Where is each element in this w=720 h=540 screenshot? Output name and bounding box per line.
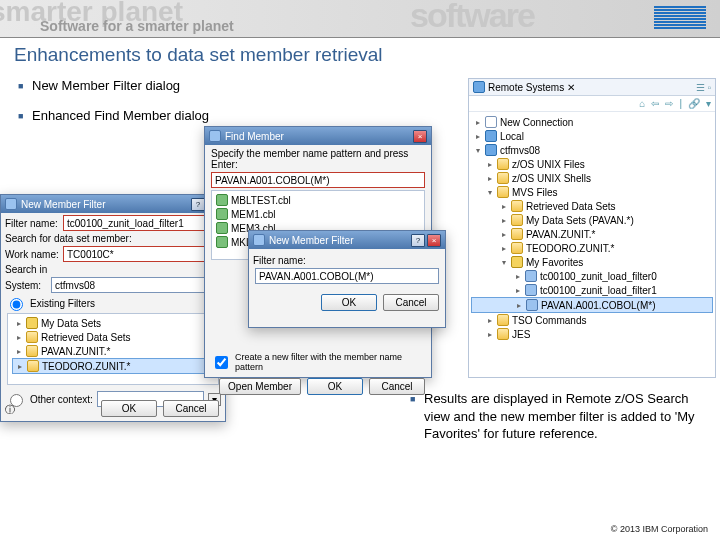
folder-icon — [26, 331, 38, 343]
new-connection-icon — [485, 116, 497, 128]
close-icon[interactable]: × — [413, 130, 427, 143]
bullet-enhanced-find: Enhanced Find Member dialog — [18, 108, 209, 123]
folder-icon — [27, 360, 39, 372]
forward-icon[interactable]: ⇨ — [665, 98, 673, 109]
folder-icon — [511, 200, 523, 212]
member-icon — [216, 236, 228, 248]
help-icon[interactable]: ⓘ — [5, 403, 15, 417]
member-icon — [216, 208, 228, 220]
work-name-label: Work name: — [5, 249, 59, 260]
cancel-button[interactable]: Cancel — [163, 400, 219, 417]
folder-icon — [511, 242, 523, 254]
create-filter-checkbox[interactable] — [215, 356, 228, 369]
create-filter-label: Create a new filter with the member name… — [235, 352, 425, 372]
titlebar[interactable]: New Member Filter ? × — [1, 195, 225, 213]
link-icon[interactable]: 🔗 — [688, 98, 700, 109]
filter-name-field[interactable]: tc00100_zunit_load_filter1 — [63, 215, 221, 231]
work-name-field[interactable]: TC0010C* — [63, 246, 221, 262]
folder-icon — [26, 345, 38, 357]
existing-filters-radio[interactable] — [10, 298, 23, 311]
copyright: © 2013 IBM Corporation — [611, 524, 708, 534]
banner-bg-text: software — [410, 0, 534, 35]
slide-title: Enhancements to data set member retrieva… — [0, 38, 720, 68]
help-icon[interactable]: ? — [411, 234, 425, 247]
folder-icon — [497, 186, 509, 198]
home-icon[interactable]: ⌂ — [639, 98, 645, 109]
folder-icon — [497, 158, 509, 170]
folder-icon — [26, 317, 38, 329]
host-icon — [485, 144, 497, 156]
ok-button[interactable]: OK — [307, 378, 363, 395]
cancel-button[interactable]: Cancel — [369, 378, 425, 395]
folder-icon — [497, 172, 509, 184]
window-title: New Member Filter — [21, 199, 105, 210]
bullet-results: Results are displayed in Remote z/OS Sea… — [410, 390, 702, 443]
new-member-filter-dialog: New Member Filter ? × Filter name: PAVAN… — [248, 230, 446, 328]
window-title: New Member Filter — [269, 235, 353, 246]
filter-icon — [253, 234, 265, 246]
search-in-label: Search in — [5, 264, 47, 275]
system-label: System: — [5, 280, 47, 291]
menu-icon[interactable]: ▾ — [706, 98, 711, 109]
folder-icon — [511, 228, 523, 240]
close-icon[interactable]: × — [427, 234, 441, 247]
existing-filters-label: Existing Filters — [30, 298, 95, 309]
ok-button[interactable]: OK — [321, 294, 377, 311]
view-title: Remote Systems — [488, 82, 564, 93]
other-context-label: Other context: — [30, 394, 93, 405]
bullet-new-filter: New Member Filter dialog — [18, 78, 180, 93]
banner-bg-text: Software for a smarter planet — [40, 18, 234, 34]
view-toolbar[interactable]: ☰ ▫ — [696, 82, 711, 93]
filter-icon — [525, 284, 537, 296]
brand-banner: smarter planet Software for a smarter pl… — [0, 0, 720, 38]
new-member-filter-dialog-old: New Member Filter ? × Filter name: tc001… — [0, 194, 226, 422]
window-icon — [5, 198, 17, 210]
filter-name-label: Filter name: — [253, 255, 306, 266]
help-icon[interactable]: ? — [191, 198, 205, 211]
folder-icon — [511, 214, 523, 226]
ibm-logo — [654, 6, 706, 30]
existing-filters-tree[interactable]: ▸My Data Sets ▸Retrieved Data Sets ▸PAVA… — [7, 313, 219, 385]
window-title: Find Member — [225, 131, 284, 142]
search-for-label: Search for data set member: — [5, 233, 132, 244]
pattern-prompt: Specify the member name pattern and pres… — [211, 148, 408, 170]
member-icon — [216, 194, 228, 206]
member-icon — [216, 222, 228, 234]
search-icon — [209, 130, 221, 142]
cancel-button[interactable]: Cancel — [383, 294, 439, 311]
ok-button[interactable]: OK — [101, 400, 157, 417]
filter-name-field[interactable]: PAVAN.A001.COBOL(M*) — [255, 268, 439, 284]
remote-systems-icon — [473, 81, 485, 93]
system-field[interactable]: ctfmvs08 — [51, 277, 221, 293]
folder-icon — [497, 314, 509, 326]
remote-systems-tree[interactable]: ▸New Connection ▸Local ▾ctfmvs08 ▸z/OS U… — [469, 112, 715, 344]
remote-systems-view: Remote Systems ✕ ☰ ▫ ⌂ ⇦ ⇨ | 🔗 ▾ ▸New Co… — [468, 78, 716, 378]
titlebar[interactable]: Find Member × — [205, 127, 431, 145]
favorites-icon — [511, 256, 523, 268]
filter-icon — [525, 270, 537, 282]
filter-icon — [526, 299, 538, 311]
filter-name-label: Filter name: — [5, 218, 59, 229]
folder-icon — [497, 328, 509, 340]
titlebar[interactable]: New Member Filter ? × — [249, 231, 445, 249]
host-icon — [485, 130, 497, 142]
member-pattern-field[interactable]: PAVAN.A001.COBOL(M*) — [211, 172, 425, 188]
back-icon[interactable]: ⇦ — [651, 98, 659, 109]
open-member-button[interactable]: Open Member — [219, 378, 301, 395]
